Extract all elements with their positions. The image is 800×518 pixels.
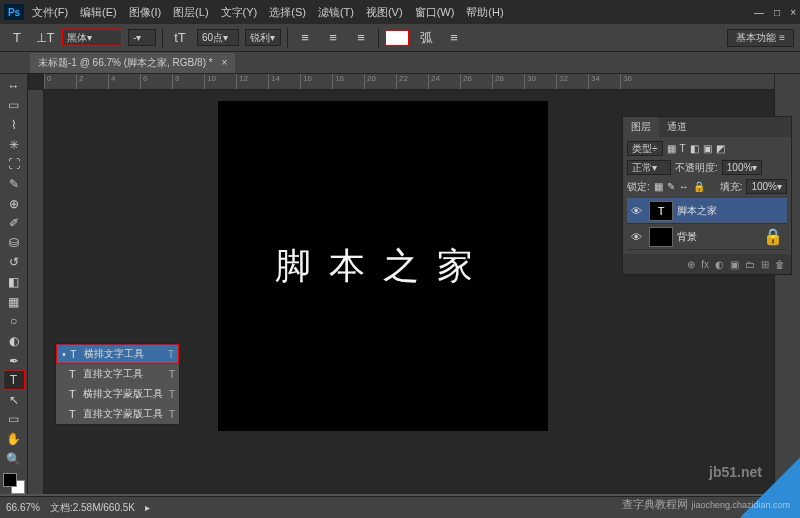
type-flyout-item[interactable]: T直排文字工具T: [56, 364, 179, 384]
app-logo-icon: Ps: [4, 4, 24, 20]
healing-tool[interactable]: ⊕: [3, 194, 25, 214]
opacity-value[interactable]: 100% ▾: [722, 160, 763, 175]
layer-filter-icon[interactable]: T: [680, 143, 686, 154]
zoom-level[interactable]: 66.67%: [6, 502, 40, 513]
menu-type[interactable]: 文字(Y): [221, 5, 258, 20]
window-close-icon[interactable]: ×: [790, 7, 796, 18]
history-brush-tool[interactable]: ↺: [3, 253, 25, 273]
lock-icon[interactable]: 🔒: [693, 181, 705, 192]
document-tab-bar: 未标题-1 @ 66.7% (脚本之家, RGB/8) * ×: [0, 52, 800, 74]
align-left-icon[interactable]: ≡: [294, 29, 316, 47]
divider: [162, 28, 163, 48]
pen-tool[interactable]: ✒: [3, 351, 25, 371]
panel-action-icon[interactable]: fx: [701, 259, 709, 270]
fill-value[interactable]: 100% ▾: [746, 179, 787, 194]
opacity-label: 不透明度:: [675, 161, 718, 175]
path-select-tool[interactable]: ↖: [3, 390, 25, 410]
panel-action-icon[interactable]: ▣: [730, 259, 739, 270]
menu-file[interactable]: 文件(F): [32, 5, 68, 20]
menu-filter[interactable]: 滤镜(T): [318, 5, 354, 20]
menu-view[interactable]: 视图(V): [366, 5, 403, 20]
brush-tool[interactable]: ✐: [3, 213, 25, 233]
visibility-icon[interactable]: 👁: [627, 231, 645, 243]
toolbox: ↔▭⌇✳⛶✎⊕✐⛁↺◧▦○◐✒T↖▭✋🔍: [0, 74, 28, 494]
text-color-swatch[interactable]: [385, 30, 409, 46]
marquee-tool[interactable]: ▭: [3, 96, 25, 116]
dodge-tool[interactable]: ◐: [3, 331, 25, 351]
warp-text-icon[interactable]: 弧: [415, 29, 437, 47]
fill-label: 填充:: [720, 180, 743, 194]
hand-tool[interactable]: ✋: [3, 429, 25, 449]
layer-row[interactable]: 👁T脚本之家: [627, 198, 787, 224]
visibility-icon[interactable]: 👁: [627, 205, 645, 217]
ruler-vertical: [28, 90, 44, 494]
antialias-select[interactable]: 锐利 ▾: [245, 29, 281, 46]
type-flyout-item[interactable]: •T横排文字工具T: [56, 344, 179, 364]
watermark: jb51.net: [709, 464, 762, 480]
crop-tool[interactable]: ⛶: [3, 155, 25, 175]
menu-edit[interactable]: 编辑(E): [80, 5, 117, 20]
lock-icon[interactable]: ▦: [654, 181, 663, 192]
shape-tool[interactable]: ▭: [3, 410, 25, 430]
blur-tool[interactable]: ○: [3, 312, 25, 332]
fg-bg-colors[interactable]: [3, 473, 25, 495]
eraser-tool[interactable]: ◧: [3, 272, 25, 292]
lock-icon[interactable]: ↔: [679, 181, 689, 192]
panel-action-icon[interactable]: 🗀: [745, 259, 755, 270]
layer-thumb: [649, 227, 673, 247]
workspace-select[interactable]: 基本功能 ≡: [727, 29, 794, 47]
blend-mode-select[interactable]: 正常 ▾: [627, 160, 671, 175]
divider: [378, 28, 379, 48]
canvas-text: 脚本之家: [275, 242, 491, 291]
font-family-select[interactable]: 黑体 ▾: [62, 29, 122, 46]
type-flyout-item[interactable]: T横排文字蒙版工具T: [56, 384, 179, 404]
menu-window[interactable]: 窗口(W): [415, 5, 455, 20]
tab-channels[interactable]: 通道: [659, 117, 695, 137]
menu-help[interactable]: 帮助(H): [466, 5, 503, 20]
watermark-footer: 查字典教程网 jiaocheng.chazidian.com: [622, 497, 790, 512]
char-panel-icon[interactable]: ≡: [443, 29, 465, 47]
type-tool[interactable]: T: [3, 370, 25, 390]
canvas[interactable]: 脚本之家: [218, 101, 548, 431]
magic-wand-tool[interactable]: ✳: [3, 135, 25, 155]
layer-filter-kind[interactable]: 类型 ÷: [627, 141, 663, 156]
move-tool[interactable]: ↔: [3, 76, 25, 96]
text-orientation-icon[interactable]: ⊥T: [34, 29, 56, 47]
layer-filter-icon[interactable]: ▣: [703, 143, 712, 154]
font-size-select[interactable]: 60点 ▾: [197, 29, 239, 46]
menu-layer[interactable]: 图层(L): [173, 5, 208, 20]
layer-filter-icon[interactable]: ▦: [667, 143, 676, 154]
eyedropper-tool[interactable]: ✎: [3, 174, 25, 194]
layer-thumb: T: [649, 201, 673, 221]
zoom-tool[interactable]: 🔍: [3, 449, 25, 469]
layer-filter-icon[interactable]: ◧: [690, 143, 699, 154]
type-flyout-item[interactable]: T直排文字蒙版工具T: [56, 404, 179, 424]
panel-action-icon[interactable]: ⊞: [761, 259, 769, 270]
panel-action-icon[interactable]: ⊕: [687, 259, 695, 270]
layer-filter-icon[interactable]: ◩: [716, 143, 725, 154]
menu-image[interactable]: 图像(I): [129, 5, 161, 20]
gradient-tool[interactable]: ▦: [3, 292, 25, 312]
layer-row[interactable]: 👁背景🔒: [627, 224, 787, 250]
divider: [287, 28, 288, 48]
panel-action-icon[interactable]: 🗑: [775, 259, 785, 270]
close-tab-icon[interactable]: ×: [221, 57, 227, 68]
lock-icon: 🔒: [763, 227, 783, 246]
tab-layers[interactable]: 图层: [623, 117, 659, 137]
stamp-tool[interactable]: ⛁: [3, 233, 25, 253]
layer-name: 背景: [677, 230, 697, 244]
document-tab[interactable]: 未标题-1 @ 66.7% (脚本之家, RGB/8) * ×: [30, 53, 235, 73]
menu-select[interactable]: 选择(S): [269, 5, 306, 20]
doc-info: 文档:2.58M/660.5K: [50, 501, 135, 515]
align-center-icon[interactable]: ≡: [322, 29, 344, 47]
font-style-select[interactable]: - ▾: [128, 29, 156, 46]
tool-preset-icon[interactable]: T: [6, 29, 28, 47]
window-minimize-icon[interactable]: —: [754, 7, 764, 18]
panel-action-icon[interactable]: ◐: [715, 259, 724, 270]
window-maximize-icon[interactable]: □: [774, 7, 780, 18]
lock-icon[interactable]: ✎: [667, 181, 675, 192]
lasso-tool[interactable]: ⌇: [3, 115, 25, 135]
layer-name: 脚本之家: [677, 204, 717, 218]
align-right-icon[interactable]: ≡: [350, 29, 372, 47]
layers-panel: 图层 通道 类型 ÷ ▦T◧▣◩ 正常 ▾ 不透明度: 100% ▾ 锁定: ▦…: [622, 116, 792, 275]
